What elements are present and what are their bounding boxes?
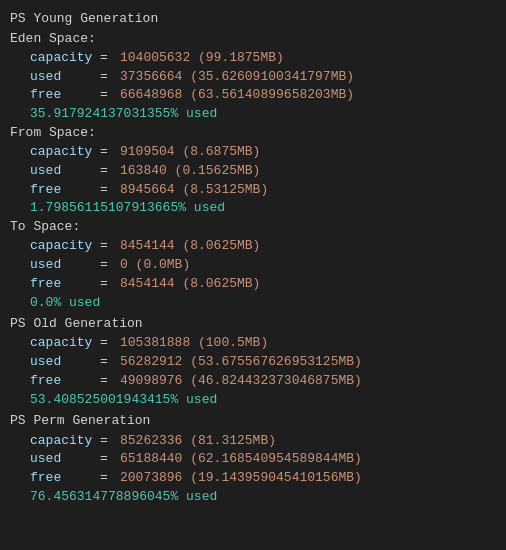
stat-eq-1-0-0: =: [100, 334, 120, 353]
stat-key-2-0-1: used: [30, 450, 100, 469]
stat-line-0-1-2: free = 8945664 (8.53125MB): [30, 181, 496, 200]
stat-key-0-0-1: used: [30, 68, 100, 87]
output-container: PS Young GenerationEden Space:capacity =…: [10, 10, 496, 507]
stat-eq-2-0-1: =: [100, 450, 120, 469]
stat-eq-2-0-0: =: [100, 432, 120, 451]
stat-line-0-0-1: used = 37356664 (35.62609100341797MB): [30, 68, 496, 87]
stat-key-0-1-2: free: [30, 181, 100, 200]
stat-eq-0-1-0: =: [100, 143, 120, 162]
stat-eq-0-2-0: =: [100, 237, 120, 256]
stat-val-0-2-2: 8454144 (8.0625MB): [120, 275, 260, 294]
stat-eq-0-0-1: =: [100, 68, 120, 87]
stat-val-2-0-1: 65188440 (62.168540954589844MB): [120, 450, 362, 469]
stat-eq-2-0-2: =: [100, 469, 120, 488]
stat-val-0-0-2: 66648968 (63.56140899658203MB): [120, 86, 354, 105]
stat-key-0-2-0: capacity: [30, 237, 100, 256]
stat-key-0-1-0: capacity: [30, 143, 100, 162]
stat-eq-0-0-2: =: [100, 86, 120, 105]
stat-val-0-1-2: 8945664 (8.53125MB): [120, 181, 268, 200]
section-title-0: PS Young Generation: [10, 10, 496, 29]
usage-line-1-0: 53.408525001943415% used: [30, 391, 496, 410]
stat-key-2-0-2: free: [30, 469, 100, 488]
stat-line-2-0-1: used = 65188440 (62.168540954589844MB): [30, 450, 496, 469]
stat-line-0-0-2: free = 66648968 (63.56140899658203MB): [30, 86, 496, 105]
stat-line-1-0-1: used = 56282912 (53.675567626953125MB): [30, 353, 496, 372]
usage-line-2-0: 76.456314778896045% used: [30, 488, 496, 507]
stat-key-1-0-1: used: [30, 353, 100, 372]
stat-line-0-0-0: capacity = 104005632 (99.1875MB): [30, 49, 496, 68]
stat-val-2-0-2: 20073896 (19.143959045410156MB): [120, 469, 362, 488]
stat-line-2-0-0: capacity = 85262336 (81.3125MB): [30, 432, 496, 451]
stat-eq-0-1-1: =: [100, 162, 120, 181]
stat-key-0-0-0: capacity: [30, 49, 100, 68]
stat-eq-0-2-1: =: [100, 256, 120, 275]
stat-val-0-1-1: 163840 (0.15625MB): [120, 162, 260, 181]
stat-key-1-0-0: capacity: [30, 334, 100, 353]
stat-val-2-0-0: 85262336 (81.3125MB): [120, 432, 276, 451]
stat-val-0-2-1: 0 (0.0MB): [120, 256, 190, 275]
section-title-2: PS Perm Generation: [10, 412, 496, 431]
stat-line-0-1-0: capacity = 9109504 (8.6875MB): [30, 143, 496, 162]
stat-key-0-2-2: free: [30, 275, 100, 294]
stat-line-1-0-0: capacity = 105381888 (100.5MB): [30, 334, 496, 353]
usage-line-0-0: 35.917924137031355% used: [30, 105, 496, 124]
stat-key-0-0-2: free: [30, 86, 100, 105]
section-title-1: PS Old Generation: [10, 315, 496, 334]
stat-val-0-2-0: 8454144 (8.0625MB): [120, 237, 260, 256]
stat-eq-0-0-0: =: [100, 49, 120, 68]
stat-val-0-0-0: 104005632 (99.1875MB): [120, 49, 284, 68]
sub-header-0-1: From Space:: [10, 124, 496, 143]
stat-key-1-0-2: free: [30, 372, 100, 391]
stat-eq-0-2-2: =: [100, 275, 120, 294]
stat-val-1-0-1: 56282912 (53.675567626953125MB): [120, 353, 362, 372]
stat-line-0-2-1: used = 0 (0.0MB): [30, 256, 496, 275]
stat-key-0-2-1: used: [30, 256, 100, 275]
usage-line-0-2: 0.0% used: [30, 294, 496, 313]
usage-line-0-1: 1.79856115107913665% used: [30, 199, 496, 218]
sub-header-0-0: Eden Space:: [10, 30, 496, 49]
stat-line-0-1-1: used = 163840 (0.15625MB): [30, 162, 496, 181]
stat-val-0-1-0: 9109504 (8.6875MB): [120, 143, 260, 162]
stat-line-2-0-2: free = 20073896 (19.143959045410156MB): [30, 469, 496, 488]
stat-val-1-0-0: 105381888 (100.5MB): [120, 334, 268, 353]
stat-key-0-1-1: used: [30, 162, 100, 181]
stat-eq-1-0-1: =: [100, 353, 120, 372]
stat-val-0-0-1: 37356664 (35.62609100341797MB): [120, 68, 354, 87]
stat-eq-0-1-2: =: [100, 181, 120, 200]
stat-key-2-0-0: capacity: [30, 432, 100, 451]
stat-val-1-0-2: 49098976 (46.824432373046875MB): [120, 372, 362, 391]
stat-line-1-0-2: free = 49098976 (46.824432373046875MB): [30, 372, 496, 391]
sub-header-0-2: To Space:: [10, 218, 496, 237]
stat-line-0-2-0: capacity = 8454144 (8.0625MB): [30, 237, 496, 256]
stat-eq-1-0-2: =: [100, 372, 120, 391]
stat-line-0-2-2: free = 8454144 (8.0625MB): [30, 275, 496, 294]
